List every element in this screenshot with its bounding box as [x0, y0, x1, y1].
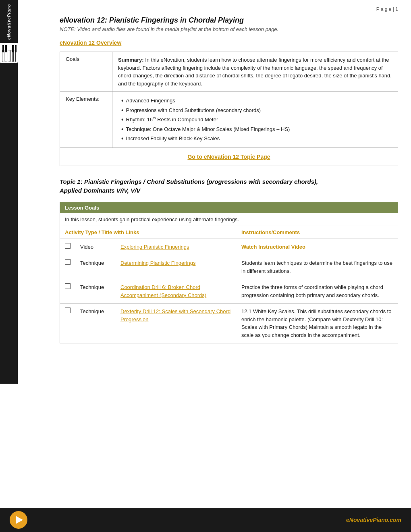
- activity-link-4[interactable]: Dexterity Drill 12: Scales with Secondar…: [120, 308, 230, 322]
- list-item: Advanced Fingerings: [121, 96, 392, 106]
- activity-type-1: Video: [75, 239, 116, 255]
- goals-row: Goals Summary: In this eNovation, studen…: [60, 52, 398, 92]
- overview-link[interactable]: eNovation 12 Overview: [60, 39, 121, 46]
- main-content: P a g e | 1 eNovation 12: Pianistic Fing…: [47, 0, 411, 384]
- activity-header-right: Instructions/Comments: [237, 226, 398, 239]
- piano-icon: [0, 43, 18, 63]
- activity-header-row: Activity Type / Title with Links Instruc…: [60, 226, 398, 239]
- list-item: Progressions with Chord Substitutions (s…: [121, 106, 392, 115]
- activity-title-4: Dexterity Drill 12: Scales with Secondar…: [116, 303, 237, 343]
- activity-row-1: Video Exploring Pianistic Fingerings Wat…: [60, 239, 398, 255]
- page-title: eNovation 12: Pianistic Fingerings in Ch…: [60, 16, 398, 25]
- lesson-goals-text: In this lesson, students gain practical …: [60, 213, 398, 226]
- activity-instruction-3: Practice the three forms of coordination…: [237, 279, 398, 303]
- checkbox-icon-2[interactable]: [65, 259, 71, 265]
- activity-title-3: Coordination Drill 6: Broken Chord Accom…: [116, 279, 237, 303]
- topic-title: Topic 1: Pianistic Fingerings / Chord Su…: [60, 177, 398, 195]
- play-button[interactable]: [10, 511, 27, 529]
- footer-brand: eNovativePiano.com: [346, 517, 401, 523]
- black-key-3: [12, 45, 14, 52]
- black-key-2: [5, 45, 7, 52]
- key-elements-label: Key Elements:: [60, 92, 112, 148]
- activity-link-2[interactable]: Determining Pianistic Fingerings: [120, 260, 195, 266]
- black-key-gap: [8, 45, 11, 52]
- list-item: Increased Facility with Black-Key Scales: [121, 134, 392, 143]
- goto-link-row: Go to eNovation 12 Topic Page: [60, 148, 398, 166]
- checkbox-1: [60, 239, 76, 255]
- key-elements-row: Key Elements: Advanced Fingerings Progre…: [60, 92, 398, 148]
- activity-instruction-4: 12.1 White Key Scales. This drill substi…: [237, 303, 398, 343]
- footer: eNovativePiano.com: [0, 508, 411, 532]
- checkbox-icon-1[interactable]: [65, 243, 71, 249]
- key-elements-content: Advanced Fingerings Progressions with Ch…: [112, 92, 398, 148]
- activity-type-4: Technique: [75, 303, 116, 343]
- goals-content: Summary: In this eNovation, students lea…: [112, 52, 398, 92]
- activity-row-2: Technique Determining Pianistic Fingerin…: [60, 255, 398, 279]
- list-item: Technique: One Octave Major & Minor Scal…: [121, 125, 392, 134]
- activity-type-2: Technique: [75, 255, 116, 279]
- goals-summary-text: In this eNovation, students learn how to…: [118, 57, 392, 87]
- activity-instruction-2: Students learn techniques to determine t…: [237, 255, 398, 279]
- goals-summary-bold: Summary:: [118, 57, 144, 63]
- activity-header-left: Activity Type / Title with Links: [60, 226, 237, 239]
- activity-row-3: Technique Coordination Drill 6: Broken C…: [60, 279, 398, 303]
- activity-link-1[interactable]: Exploring Pianistic Fingerings: [120, 244, 189, 250]
- checkbox-icon-4[interactable]: [65, 308, 71, 313]
- checkbox-2: [60, 255, 76, 279]
- black-key-1: [2, 45, 4, 52]
- activity-link-3[interactable]: Coordination Drill 6: Broken Chord Accom…: [120, 284, 206, 298]
- page-note: NOTE: Video and audio files are found in…: [60, 26, 398, 32]
- activity-row-4: Technique Dexterity Drill 12: Scales wit…: [60, 303, 398, 343]
- logo-sidebar: eNovativePiano: [0, 0, 18, 384]
- play-icon: [16, 516, 23, 524]
- activity-title-2: Determining Pianistic Fingerings: [116, 255, 237, 279]
- black-key-4: [15, 45, 17, 52]
- goto-link[interactable]: Go to eNovation 12 Topic Page: [187, 154, 270, 160]
- lesson-goals-header: Lesson Goals: [60, 202, 398, 213]
- goto-link-cell: Go to eNovation 12 Topic Page: [60, 148, 398, 166]
- activity-instruction-1: Watch Instructional Video: [237, 239, 398, 255]
- checkbox-4: [60, 303, 76, 343]
- goals-label: Goals: [60, 52, 112, 92]
- watch-video-text: Watch Instructional Video: [241, 244, 305, 250]
- checkbox-icon-3[interactable]: [65, 283, 71, 289]
- activity-title-1: Exploring Pianistic Fingerings: [116, 239, 237, 255]
- list-item: Rhythm: 16th Rests in Compound Meter: [121, 115, 392, 125]
- checkbox-3: [60, 279, 76, 303]
- key-elements-list: Advanced Fingerings Progressions with Ch…: [118, 96, 392, 143]
- lesson-table: Lesson Goals In this lesson, students ga…: [60, 202, 398, 344]
- black-keys-overlay: [2, 45, 17, 52]
- activity-type-3: Technique: [75, 279, 116, 303]
- lesson-goals-description-row: In this lesson, students gain practical …: [60, 213, 398, 226]
- logo-text: eNovativePiano: [7, 4, 11, 39]
- lesson-header-row: Lesson Goals: [60, 202, 398, 213]
- page-number: P a g e | 1: [60, 6, 398, 12]
- overview-table: Goals Summary: In this eNovation, studen…: [60, 52, 398, 166]
